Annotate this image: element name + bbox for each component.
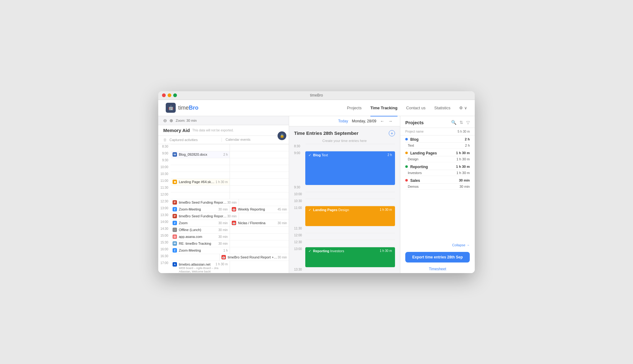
activity-cell[interactable]: Z Zoom 30 min — [171, 220, 230, 226]
project-child-time: 1 h 30 m — [456, 157, 470, 161]
middle-topbar: Today Monday, 28/09 ← → — [289, 116, 400, 126]
projects-list: Blog 2 h Text 2 h Landing Pages 1 h 30 m — [400, 135, 475, 241]
mail-icon: ✉ — [173, 241, 177, 246]
next-day-button[interactable]: → — [388, 119, 393, 124]
time-entry-reporting[interactable]: ✓ Reporting Investors 1 h 30 m — [305, 247, 395, 267]
list-item: 14:00 Z Zoom 30 min 📅 Niclas / Florentin… — [158, 220, 289, 226]
activity-cell[interactable]: A timebro.atlassian.net 1 h 30 m WEB boa… — [171, 261, 230, 273]
calendar-event-duration: 45 min — [278, 208, 287, 211]
today-button[interactable]: Today — [338, 119, 348, 123]
sort-icon[interactable]: ⇅ — [459, 120, 463, 125]
zoom-out-button[interactable]: ⊖ — [163, 118, 167, 123]
activity-cell — [171, 144, 230, 151]
entry-area: ✓ Landing Pages Design 1 h 30 m — [305, 206, 395, 226]
time-label: 12:30 — [294, 240, 305, 247]
filter-icon[interactable]: ▽ — [466, 120, 470, 125]
calendar-cell[interactable]: 📅 Niclas / Florentina 30 min — [230, 220, 289, 226]
activity-subtext: WEB board – Agile-Board – JiraAtlassian,… — [173, 267, 218, 273]
time-label: 14:30 — [158, 226, 171, 233]
projects-table-header: Project name 5 h 30 m — [400, 128, 475, 135]
nav-items: Projects Time Tracking Contact us Statis… — [347, 104, 467, 111]
activity-name: Zoom — [179, 221, 218, 225]
activity-duration: 30 min — [218, 242, 228, 245]
project-parent[interactable]: Landing Pages 1 h 30 m — [405, 149, 470, 156]
logo-icon: 🤖 — [166, 103, 176, 113]
project-group-landing: Landing Pages 1 h 30 m Design 1 h 30 m — [405, 149, 470, 162]
activity-cell[interactable]: ◎ app.asana.com 30 min — [171, 233, 230, 240]
activity-cell[interactable]: ◆ Landing Page #64.sketch 1 h 30 m — [171, 178, 230, 185]
time-label: 9:00 — [294, 151, 305, 185]
delete-icon[interactable]: 🗑 — [163, 138, 167, 142]
list-item: 13:00 Z Zoom-Meeting 30 min 📅 Weekly Rep… — [158, 206, 289, 213]
project-child[interactable]: Design 1 h 30 m — [405, 156, 470, 162]
offline-icon: □ — [173, 228, 177, 232]
timesheet-link[interactable]: Timesheet — [400, 265, 475, 273]
color-dot — [405, 179, 408, 182]
project-parent-time: 30 min — [459, 178, 470, 183]
window-controls — [162, 93, 177, 97]
project-child-name: Text — [408, 144, 465, 147]
search-icon[interactable]: 🔍 — [451, 120, 456, 125]
project-parent[interactable]: Sales 30 min — [405, 177, 470, 184]
activity-duration: 1 h 30 m — [216, 180, 228, 184]
project-parent-time: 1 h 30 m — [456, 165, 470, 169]
activity-cell[interactable]: Z Zoom-Meeting 30 min — [171, 206, 230, 213]
entry-area: ✓ Reporting Investors 1 h 30 m — [305, 247, 395, 267]
left-panel: ⊖ ⊕ Zoom: 30 min Memory Aid This data wi… — [158, 116, 289, 273]
nav-statistics[interactable]: Statistics — [434, 104, 450, 111]
settings-button[interactable]: ⚙ ∨ — [459, 106, 467, 110]
activity-cell[interactable]: Z Zoom-Meeting 1 h — [171, 247, 230, 254]
ppt-icon: P — [173, 200, 177, 205]
entry-area — [305, 144, 395, 151]
project-child[interactable]: Demos 30 min — [405, 184, 470, 190]
nav-time-tracking[interactable]: Time Tracking — [370, 104, 397, 111]
calendar-cell[interactable]: 📅 timeBro Seed Round Report + Q&A 30 min — [219, 254, 289, 261]
calendar-icon: 📅 — [221, 255, 226, 259]
collapse-link[interactable]: Collapse → — [400, 241, 475, 249]
entry-area — [305, 226, 395, 233]
project-parent[interactable]: Reporting 1 h 30 m — [405, 163, 470, 170]
entry-label: Reporting Investors — [313, 249, 380, 253]
time-label: 9:00 — [158, 151, 171, 158]
activity-cell[interactable]: □ Offline (Lunch) 30 min — [171, 226, 230, 233]
project-group-reporting: Reporting 1 h 30 m Investors 1 h 30 m — [405, 163, 470, 176]
entry-row: 12:00 — [294, 233, 395, 240]
atlassian-icon: A — [173, 262, 177, 267]
calendar-cell — [239, 213, 289, 220]
time-label: 15:30 — [158, 240, 171, 247]
activity-cell[interactable]: P timeBro Seed Funding Report.pptx 30 mi… — [171, 213, 239, 220]
project-parent[interactable]: Blog 2 h — [405, 135, 470, 143]
activity-cell[interactable]: ✉ RE: timeBro Tracking 30 min — [171, 240, 230, 247]
activity-name: Offline (Lunch) — [179, 228, 218, 232]
time-label: 10:30 — [294, 199, 305, 206]
color-dot — [405, 165, 408, 168]
add-entry-button[interactable]: + — [389, 130, 395, 136]
activity-duration: 1 h — [223, 249, 228, 252]
nav-projects[interactable]: Projects — [347, 104, 362, 111]
nav-contact[interactable]: Contact us — [406, 104, 426, 111]
lock-icon[interactable]: 🔒 — [278, 131, 286, 140]
calendar-cell — [230, 226, 289, 233]
activity-duration: 1 h 30 m — [216, 262, 228, 266]
collapse-label: Collapse → — [452, 243, 470, 247]
time-entry-blog[interactable]: ✓ Blog Text 2 h — [305, 151, 395, 185]
close-button[interactable] — [162, 93, 166, 97]
middle-panel: Today Monday, 28/09 ← → Time Entries 28t… — [289, 116, 400, 273]
minimize-button[interactable] — [168, 93, 171, 97]
time-label: 8:30 — [294, 144, 305, 151]
calendar-cell[interactable]: 📅 Weekly Reporting 45 min — [230, 206, 289, 213]
prev-day-button[interactable]: ← — [380, 119, 384, 124]
zoom-in-button[interactable]: ⊕ — [169, 118, 173, 123]
maximize-button[interactable] — [173, 93, 177, 97]
calendar-event-name: Weekly Reporting — [238, 207, 278, 211]
project-child[interactable]: Text 2 h — [405, 143, 470, 149]
memory-aid-header: Memory Aid This data will not be exporte… — [158, 125, 289, 136]
activity-cell[interactable]: W Blog_092820.docx 2 h — [171, 151, 230, 158]
activity-cell[interactable]: P timeBro Seed Funding Report.pptx 30 mi… — [171, 199, 239, 206]
entry-row: 11:30 — [294, 226, 395, 233]
date-navigation: Today Monday, 28/09 ← → — [338, 119, 393, 124]
list-item: 10:30 — [158, 172, 289, 178]
project-child[interactable]: Investors 1 h 30 m — [405, 170, 470, 176]
export-button[interactable]: Export time entries 28th Sep — [405, 252, 470, 262]
time-entry-landing[interactable]: ✓ Landing Pages Design 1 h 30 m — [305, 206, 395, 226]
